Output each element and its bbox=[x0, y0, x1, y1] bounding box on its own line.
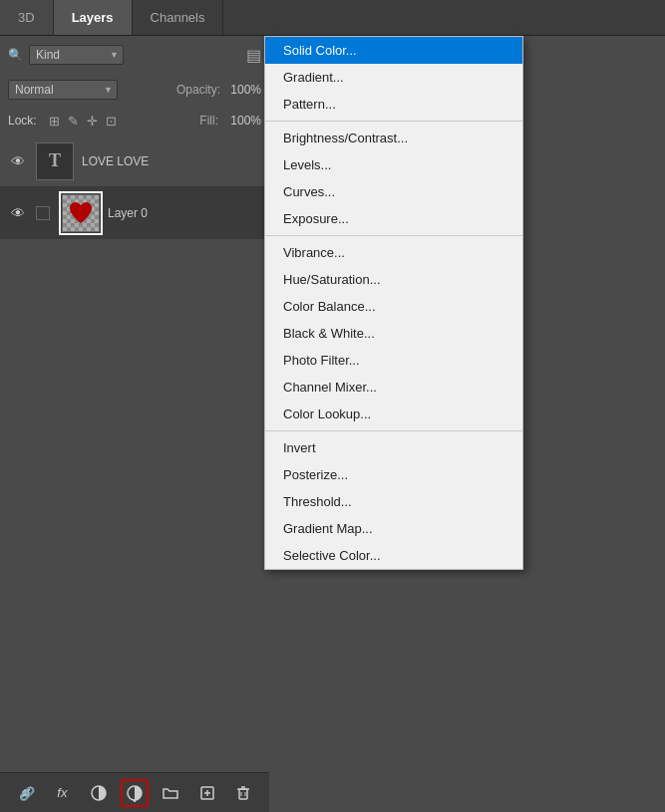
tab-3d[interactable]: 3D bbox=[0, 0, 54, 35]
tab-channels[interactable]: Channels bbox=[133, 0, 224, 35]
menu-item-curves-[interactable]: Curves... bbox=[265, 178, 522, 205]
menu-item-invert[interactable]: Invert bbox=[265, 434, 522, 461]
eye-icon-layer0[interactable]: 👁 bbox=[8, 205, 28, 221]
search-icon: 🔍 bbox=[8, 48, 23, 62]
trash-icon bbox=[234, 784, 252, 802]
layer-checkbox-layer0[interactable] bbox=[36, 206, 50, 220]
menu-item-gradient-map-[interactable]: Gradient Map... bbox=[265, 515, 522, 542]
new-layer-icon bbox=[198, 784, 216, 802]
kind-dropdown[interactable]: Kind Name Effect Mode Attribute Color Sm… bbox=[29, 45, 124, 65]
tab-bar: 3D Layers Channels bbox=[0, 0, 665, 36]
delete-layer-button[interactable] bbox=[229, 779, 257, 807]
menu-item-exposure-[interactable]: Exposure... bbox=[265, 205, 522, 232]
link-icon: 🔗 bbox=[17, 784, 35, 802]
circle-halftone-icon bbox=[126, 784, 144, 802]
menu-item-selective-color-[interactable]: Selective Color... bbox=[265, 542, 522, 569]
lock-label: Lock: bbox=[8, 114, 37, 128]
fx-label: fx bbox=[57, 785, 67, 800]
menu-item-brightness-contrast-[interactable]: Brightness/Contrast... bbox=[265, 125, 522, 151]
adjustment-layer-button[interactable] bbox=[85, 779, 113, 807]
menu-item-levels-[interactable]: Levels... bbox=[265, 151, 522, 178]
svg-text:🔗: 🔗 bbox=[19, 785, 35, 802]
menu-item-channel-mixer-[interactable]: Channel Mixer... bbox=[265, 374, 522, 401]
menu-item-black-white-[interactable]: Black & White... bbox=[265, 320, 522, 347]
link-button[interactable]: 🔗 bbox=[12, 779, 40, 807]
menu-item-photo-filter-[interactable]: Photo Filter... bbox=[265, 347, 522, 374]
blend-mode-dropdown[interactable]: Normal Dissolve Multiply Screen Overlay bbox=[8, 80, 118, 100]
tab-layers[interactable]: Layers bbox=[54, 0, 133, 35]
fill-label: Fill: bbox=[199, 114, 218, 128]
filter-icon[interactable]: ▤ bbox=[246, 46, 261, 65]
heart-svg bbox=[67, 199, 95, 227]
layer-thumb-layer0 bbox=[62, 194, 100, 232]
menu-item-solid-color-[interactable]: Solid Color... bbox=[265, 37, 522, 64]
filter-row: 🔍 Kind Name Effect Mode Attribute Color … bbox=[0, 36, 269, 74]
opacity-label: Opacity: bbox=[176, 83, 220, 97]
fx-button[interactable]: fx bbox=[48, 779, 76, 807]
menu-item-posterize-[interactable]: Posterize... bbox=[265, 461, 522, 488]
new-fill-adjustment-button[interactable] bbox=[121, 779, 149, 807]
lock-artboard-icon[interactable]: ⊡ bbox=[106, 114, 117, 129]
lock-checkerboard-icon[interactable]: ⊞ bbox=[49, 114, 60, 129]
adjustment-layer-menu: Solid Color...Gradient...Pattern...Brigh… bbox=[264, 36, 523, 570]
menu-item-gradient-[interactable]: Gradient... bbox=[265, 64, 522, 91]
layers-panel: 🔍 Kind Name Effect Mode Attribute Color … bbox=[0, 36, 269, 812]
folder-icon bbox=[162, 784, 179, 802]
svg-rect-10 bbox=[239, 789, 247, 799]
svg-marker-6 bbox=[133, 800, 137, 802]
bottom-toolbar: 🔗 fx bbox=[0, 772, 269, 812]
menu-divider-7 bbox=[265, 235, 522, 236]
lock-row: Lock: ⊞ ✎ ✛ ⊡ Fill: 100% bbox=[0, 106, 269, 135]
menu-item-hue-saturation-[interactable]: Hue/Saturation... bbox=[265, 266, 522, 293]
fill-value: 100% bbox=[226, 114, 261, 128]
lock-move-icon[interactable]: ✛ bbox=[87, 114, 98, 129]
layer-thumb-love: T bbox=[36, 142, 74, 180]
menu-item-threshold-[interactable]: Threshold... bbox=[265, 488, 522, 515]
menu-divider-14 bbox=[265, 430, 522, 431]
menu-item-color-lookup-[interactable]: Color Lookup... bbox=[265, 401, 522, 427]
lock-paint-icon[interactable]: ✎ bbox=[68, 114, 79, 129]
layer-item-layer0[interactable]: 👁 Layer 0 bbox=[0, 187, 269, 239]
text-layer-symbol: T bbox=[49, 150, 61, 171]
new-layer-button[interactable] bbox=[193, 779, 221, 807]
blend-dropdown-wrap: Normal Dissolve Multiply Screen Overlay … bbox=[8, 80, 118, 100]
layer-name-love: LOVE LOVE bbox=[82, 154, 149, 168]
menu-item-pattern-[interactable]: Pattern... bbox=[265, 91, 522, 118]
opacity-value: 100% bbox=[226, 83, 261, 97]
menu-item-vibrance-[interactable]: Vibrance... bbox=[265, 239, 522, 266]
layer-item-love[interactable]: 👁 T LOVE LOVE bbox=[0, 135, 269, 187]
kind-dropdown-wrap: Kind Name Effect Mode Attribute Color Sm… bbox=[29, 45, 124, 65]
layer-name-layer0: Layer 0 bbox=[108, 206, 148, 220]
menu-divider-3 bbox=[265, 121, 522, 122]
half-circle-icon bbox=[90, 784, 108, 802]
menu-item-color-balance-[interactable]: Color Balance... bbox=[265, 293, 522, 320]
eye-icon-love[interactable]: 👁 bbox=[8, 153, 28, 169]
layer-list: 👁 T LOVE LOVE 👁 Layer 0 bbox=[0, 135, 269, 772]
blend-row: Normal Dissolve Multiply Screen Overlay … bbox=[0, 74, 269, 106]
new-group-button[interactable] bbox=[157, 779, 184, 807]
